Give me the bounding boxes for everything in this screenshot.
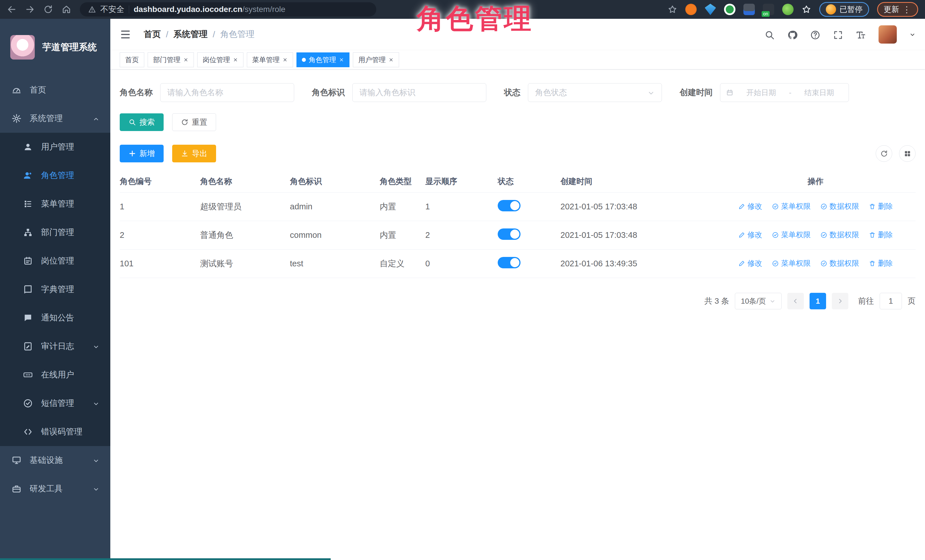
browser-menu-dots-icon[interactable]: ⋮ bbox=[902, 5, 911, 15]
user-avatar[interactable] bbox=[878, 26, 897, 44]
font-size-icon[interactable] bbox=[856, 29, 866, 41]
extension-icon-blue-gem[interactable] bbox=[705, 4, 716, 15]
active-dot bbox=[302, 58, 306, 62]
sidebar-item-online-users[interactable]: 在线用户 bbox=[0, 360, 110, 389]
refresh-table-button[interactable] bbox=[876, 145, 892, 162]
delete-action[interactable]: 删除 bbox=[869, 258, 893, 268]
sidebar-item-home[interactable]: 首页 bbox=[0, 76, 110, 104]
sidebar-item-infrastructure[interactable]: 基础设施 bbox=[0, 446, 110, 474]
col-header-actions: 操作 bbox=[720, 176, 916, 187]
extension-icon-green-leaf[interactable] bbox=[782, 4, 794, 15]
delete-action[interactable]: 删除 bbox=[869, 230, 893, 240]
breadcrumb-system[interactable]: 系统管理 bbox=[173, 29, 208, 40]
edit-action[interactable]: 修改 bbox=[738, 230, 762, 240]
extension-icon-green-circle[interactable] bbox=[724, 4, 735, 15]
data-permission-action[interactable]: 数据权限 bbox=[820, 201, 859, 211]
status-toggle[interactable] bbox=[498, 257, 521, 268]
extensions-puzzle-icon[interactable] bbox=[801, 5, 811, 14]
profile-paused-pill[interactable]: 已暂停 bbox=[819, 2, 869, 17]
extension-icon-orange[interactable] bbox=[685, 4, 697, 15]
data-permission-action[interactable]: 数据权限 bbox=[820, 258, 859, 268]
sidebar-item-system-management[interactable]: 系统管理 bbox=[0, 104, 110, 133]
menu-permission-action[interactable]: 菜单权限 bbox=[772, 230, 811, 240]
sidebar-item-user-management[interactable]: 用户管理 bbox=[0, 133, 110, 161]
address-bar[interactable]: 不安全 dashboard.yudao.iocoder.cn/system/ro… bbox=[80, 2, 376, 17]
cell-sort: 0 bbox=[425, 259, 498, 268]
role-name-input[interactable] bbox=[160, 83, 294, 102]
status-toggle[interactable] bbox=[498, 200, 521, 211]
status-toggle[interactable] bbox=[498, 228, 521, 240]
close-icon[interactable] bbox=[233, 57, 238, 62]
search-button[interactable]: 搜索 bbox=[120, 113, 164, 131]
edit-icon bbox=[738, 231, 745, 239]
breadcrumb-home[interactable]: 首页 bbox=[144, 29, 161, 40]
tab-dept-management[interactable]: 部门管理 bbox=[148, 53, 194, 67]
close-icon[interactable] bbox=[183, 57, 188, 62]
bookmark-star-icon[interactable] bbox=[667, 5, 677, 14]
pagination-total: 共 3 条 bbox=[704, 296, 729, 306]
menu-permission-action[interactable]: 菜单权限 bbox=[772, 201, 811, 211]
avatar-caret-down-icon[interactable] bbox=[909, 31, 916, 38]
browser-back-icon[interactable] bbox=[7, 5, 17, 14]
close-icon[interactable] bbox=[389, 57, 394, 62]
data-permission-action[interactable]: 数据权限 bbox=[820, 230, 859, 240]
browser-reload-icon[interactable] bbox=[43, 5, 53, 14]
add-button[interactable]: 新增 bbox=[120, 145, 164, 162]
export-button[interactable]: 导出 bbox=[172, 145, 216, 162]
sidebar-item-role-management[interactable]: 角色管理 bbox=[0, 161, 110, 190]
cell-sort: 2 bbox=[425, 230, 498, 240]
sidebar-item-dev-tools[interactable]: 研发工具 bbox=[0, 474, 110, 503]
browser-home-icon[interactable] bbox=[62, 5, 71, 14]
check-circle-icon bbox=[820, 260, 827, 267]
sidebar-item-post-management[interactable]: 岗位管理 bbox=[0, 247, 110, 275]
browser-forward-icon[interactable] bbox=[25, 5, 35, 14]
edit-action[interactable]: 修改 bbox=[738, 201, 762, 211]
search-button-row: 搜索 重置 bbox=[120, 113, 916, 131]
reset-button[interactable]: 重置 bbox=[172, 113, 216, 131]
help-icon[interactable] bbox=[810, 29, 820, 41]
page-jump-input[interactable] bbox=[880, 293, 902, 309]
create-time-range-picker[interactable]: 开始日期 - 结束日期 bbox=[720, 83, 849, 102]
extension-icon-grid[interactable] bbox=[743, 4, 755, 15]
fullscreen-icon[interactable] bbox=[833, 29, 843, 41]
sidebar-item-sms-management[interactable]: 短信管理 bbox=[0, 389, 110, 417]
close-icon[interactable] bbox=[282, 57, 288, 62]
sidebar-item-menu-management[interactable]: 菜单管理 bbox=[0, 190, 110, 218]
chevron-down-icon bbox=[93, 485, 99, 493]
edit-action[interactable]: 修改 bbox=[738, 258, 762, 268]
url-divider bbox=[129, 5, 129, 14]
tab-user-management[interactable]: 用户管理 bbox=[353, 53, 399, 67]
github-icon[interactable] bbox=[787, 29, 798, 41]
browser-update-button[interactable]: 更新 ⋮ bbox=[877, 2, 918, 17]
check-circle-icon bbox=[772, 203, 779, 210]
page-size-select[interactable]: 10条/页 bbox=[735, 293, 782, 309]
delete-action[interactable]: 删除 bbox=[869, 201, 893, 211]
role-key-label: 角色标识 bbox=[312, 87, 345, 98]
app-logo bbox=[10, 35, 35, 60]
current-page-button[interactable]: 1 bbox=[809, 293, 826, 309]
tab-post-management[interactable]: 岗位管理 bbox=[197, 53, 243, 67]
breadcrumb-current: 角色管理 bbox=[220, 29, 255, 40]
create-time-label: 创建时间 bbox=[679, 87, 713, 98]
next-page-button[interactable] bbox=[832, 293, 848, 309]
close-icon[interactable] bbox=[339, 57, 344, 62]
sidebar-logo-row[interactable]: 芋道管理系统 bbox=[0, 19, 110, 76]
tab-role-management[interactable]: 角色管理 bbox=[297, 53, 350, 67]
sidebar-item-notice[interactable]: 通知公告 bbox=[0, 304, 110, 332]
extension-icon-dark[interactable]: on bbox=[763, 4, 774, 15]
sidebar-item-audit-log[interactable]: 审计日志 bbox=[0, 332, 110, 360]
column-settings-button[interactable] bbox=[899, 145, 916, 162]
sidebar-item-dict-management[interactable]: 字典管理 bbox=[0, 275, 110, 304]
tags-view-bar: 首页 部门管理 岗位管理 菜单管理 角色管理 bbox=[110, 50, 925, 69]
sidebar-item-error-code-management[interactable]: 错误码管理 bbox=[0, 417, 110, 446]
role-key-input[interactable] bbox=[353, 83, 486, 102]
tab-home[interactable]: 首页 bbox=[120, 53, 144, 67]
sidebar-item-dept-management[interactable]: 部门管理 bbox=[0, 218, 110, 247]
header-search-icon[interactable] bbox=[765, 29, 775, 41]
menu-permission-action[interactable]: 菜单权限 bbox=[772, 258, 811, 268]
edit-icon bbox=[738, 203, 745, 210]
hamburger-icon[interactable] bbox=[120, 29, 131, 40]
status-select[interactable]: 角色状态 bbox=[528, 83, 662, 102]
prev-page-button[interactable] bbox=[787, 293, 804, 309]
tab-menu-management[interactable]: 菜单管理 bbox=[247, 53, 293, 67]
